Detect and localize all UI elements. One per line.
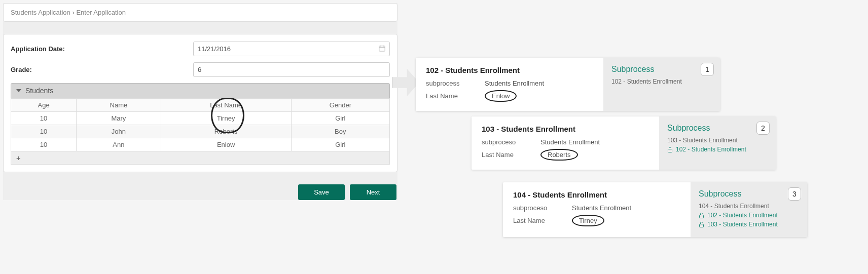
col-age: Age: [11, 99, 77, 112]
sequence-badge: 1: [701, 63, 714, 76]
breadcrumb-leaf[interactable]: Enter Application: [76, 9, 126, 16]
process-row: subprocess Students Enrollment: [426, 80, 593, 87]
process-card-body: 104 - Students Enrollment subproceso Stu…: [503, 182, 691, 237]
subprocess-link[interactable]: 102 - Students Enrollment: [611, 78, 712, 85]
breadcrumb[interactable]: Students Application › Enter Application: [3, 3, 397, 22]
form-card: Application Date: Grade: Students: [3, 34, 397, 172]
process-side-panel: 1 Subprocess 102 - Students Enrollment: [603, 58, 720, 111]
subprocess-link[interactable]: 103 - Students Enrollment: [667, 137, 768, 144]
next-button[interactable]: Next: [350, 184, 396, 200]
process-row: Last Name Roberts: [482, 149, 649, 161]
process-row: Last Name Tirney: [513, 215, 680, 226]
subprocess-link-text: 102 - Students Enrollment: [707, 212, 778, 219]
process-card-body: 103 - Students Enrollment subproceso Stu…: [472, 116, 659, 170]
process-row-value-circled: Tirney: [572, 215, 604, 226]
process-card-title: 102 - Students Enrollment: [426, 66, 593, 74]
table-row[interactable]: 10 Mary Tirney Girl: [11, 112, 390, 125]
sequence-badge: 3: [788, 187, 801, 201]
subprocess-link-text: 102 - Students Enrollment: [676, 146, 746, 153]
process-row-value: Students Enrollment: [572, 204, 631, 212]
col-gender: Gender: [291, 99, 389, 112]
cell-age: 10: [11, 125, 77, 138]
cell-last-name: Tirney: [161, 112, 291, 125]
process-card-102[interactable]: 102 - Students Enrollment subprocess Stu…: [416, 58, 720, 111]
grade-row: Grade:: [11, 62, 390, 77]
add-row-button[interactable]: +: [11, 151, 390, 165]
process-side-panel: 2 Subprocess 103 - Students Enrollment 1…: [659, 116, 776, 170]
table-header-row: Age Name Last Name Gender: [11, 99, 390, 112]
subprocess-label: Subprocess: [667, 124, 768, 133]
students-section-header[interactable]: Students: [11, 83, 390, 98]
process-row-value-circled: Enlow: [485, 90, 517, 102]
sequence-badge: 2: [756, 122, 770, 135]
form-buttons: Save Next: [3, 184, 397, 200]
subprocess-link-locked[interactable]: 102 - Students Enrollment: [667, 146, 768, 153]
process-row-value-circled: Roberts: [540, 149, 578, 161]
cell-last-name: Enlow: [161, 138, 291, 151]
cell-gender: Girl: [291, 138, 389, 151]
subprocess-link[interactable]: 104 - Students Enrollment: [699, 203, 799, 210]
application-date-row: Application Date:: [11, 42, 390, 56]
lock-icon: [699, 212, 704, 219]
process-row: subproceso Students Enrollment: [482, 138, 649, 146]
subprocess-link-text: 104 - Students Enrollment: [699, 203, 769, 210]
subprocess-link-text: 103 - Students Enrollment: [707, 221, 778, 228]
subprocess-link-text: 102 - Students Enrollment: [611, 78, 682, 85]
svg-rect-0: [379, 46, 385, 51]
process-row-key: subprocess: [426, 80, 485, 87]
process-card-title: 104 - Students Enrollment: [513, 190, 680, 199]
application-date-label: Application Date:: [11, 45, 193, 53]
process-row-key: Last Name: [426, 92, 485, 100]
grade-label: Grade:: [11, 66, 193, 73]
process-row: subproceso Students Enrollment: [513, 204, 680, 212]
process-card-body: 102 - Students Enrollment subprocess Stu…: [416, 58, 603, 111]
subprocess-link-text: 103 - Students Enrollment: [667, 137, 738, 144]
process-row: Last Name Enlow: [426, 90, 593, 102]
process-card-103[interactable]: 103 - Students Enrollment subproceso Stu…: [472, 116, 776, 170]
subprocess-label: Subprocess: [699, 189, 799, 199]
students-table: Age Name Last Name Gender 10 Mary Tirney…: [11, 98, 390, 151]
svg-rect-1: [668, 149, 672, 152]
grade-input[interactable]: [193, 62, 390, 77]
svg-rect-3: [700, 224, 704, 227]
application-date-input[interactable]: [193, 42, 390, 56]
lock-icon: [699, 221, 704, 228]
cell-name: Mary: [77, 112, 161, 125]
cell-name: John: [77, 125, 161, 138]
calendar-icon[interactable]: [378, 45, 386, 54]
form-panel: Students Application › Enter Application…: [3, 3, 397, 200]
process-card-title: 103 - Students Enrollment: [482, 125, 649, 133]
col-last-name: Last Name: [161, 99, 291, 112]
subprocess-link-locked[interactable]: 103 - Students Enrollment: [699, 221, 799, 228]
table-row[interactable]: 10 Ann Enlow Girl: [11, 138, 390, 151]
process-row-key: subproceso: [482, 138, 540, 146]
svg-rect-2: [700, 215, 704, 218]
breadcrumb-root[interactable]: Students Application: [11, 9, 70, 16]
process-row-key: Last Name: [513, 217, 572, 224]
process-row-value: Students Enrollment: [485, 80, 544, 87]
process-row-key: Last Name: [482, 151, 540, 159]
cell-age: 10: [11, 112, 77, 125]
save-button[interactable]: Save: [298, 184, 345, 200]
cell-name: Ann: [77, 138, 161, 151]
cell-age: 10: [11, 138, 77, 151]
cell-last-name: Roberts: [161, 125, 291, 138]
process-side-panel: 3 Subprocess 104 - Students Enrollment 1…: [691, 182, 807, 237]
table-row[interactable]: 10 John Roberts Boy: [11, 125, 390, 138]
breadcrumb-sep: ›: [72, 9, 74, 16]
cell-gender: Girl: [291, 112, 389, 125]
subprocess-link-locked[interactable]: 102 - Students Enrollment: [699, 212, 799, 219]
process-row-value: Students Enrollment: [540, 138, 600, 146]
lock-icon: [667, 146, 673, 153]
chevron-down-icon: [16, 89, 21, 92]
process-card-104[interactable]: 104 - Students Enrollment subproceso Stu…: [503, 182, 807, 237]
subprocess-label: Subprocess: [611, 65, 712, 74]
process-row-key: subproceso: [513, 204, 572, 212]
students-section-title: Students: [25, 87, 53, 95]
col-name: Name: [77, 99, 161, 112]
cell-gender: Boy: [291, 125, 389, 138]
